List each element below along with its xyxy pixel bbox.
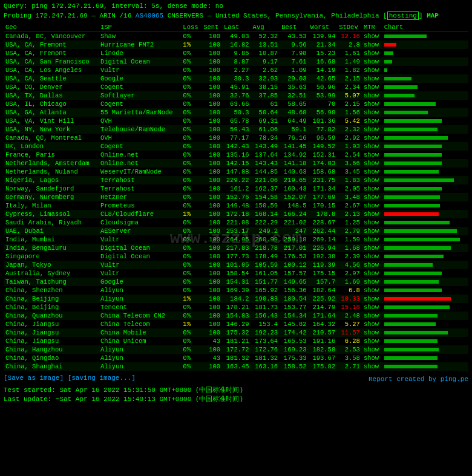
cell-geo: India, Bengaluru	[4, 244, 99, 252]
cell-geo: China, Shanghai	[4, 362, 99, 371]
cell-sent: 100	[202, 244, 222, 252]
cell-geo: Norway, Sandefjord	[4, 184, 99, 193]
report-label: Report created by ping.pe	[369, 376, 468, 383]
save-image-link[interactable]: [Save as image]	[4, 374, 64, 382]
chart-bar	[384, 263, 433, 267]
cell-mtr[interactable]: show	[362, 142, 382, 151]
cell-mtr[interactable]: show	[362, 252, 382, 261]
cell-last: 158.54	[222, 269, 251, 278]
cell-mtr[interactable]: show	[362, 125, 382, 134]
cell-best: 64.49	[280, 117, 309, 125]
chart-bar-container	[384, 144, 467, 149]
cell-isp: CL8/Cloudflare	[99, 210, 181, 218]
cell-best: 153.77	[280, 303, 309, 311]
cell-chart	[382, 235, 468, 244]
hosting-link[interactable]: hosting	[387, 11, 419, 20]
cell-mtr[interactable]: show	[362, 295, 382, 303]
cell-mtr[interactable]: show	[362, 303, 382, 311]
table-row: Italy, MilanPrometeus0%100149.48150.5914…	[4, 201, 468, 210]
cell-mtr[interactable]: show	[362, 108, 382, 117]
cell-mtr[interactable]: show	[362, 362, 382, 371]
cell-mtr[interactable]: show	[362, 244, 382, 252]
cell-mtr[interactable]: show	[362, 193, 382, 201]
cell-geo: USA, NY, New York	[4, 125, 99, 134]
chart-bar-container	[384, 262, 467, 267]
cell-mtr[interactable]: show	[362, 311, 382, 320]
cell-avg: 144.85	[251, 168, 280, 176]
chart-bar-container	[384, 212, 467, 217]
cell-sent: 100	[202, 74, 222, 83]
cell-loss: 0%	[181, 261, 202, 269]
cell-last: 175.32	[222, 328, 251, 337]
cell-mtr[interactable]: show	[362, 41, 382, 49]
cell-mtr[interactable]: show	[362, 83, 382, 91]
cell-mtr[interactable]: show	[362, 159, 382, 168]
cell-mtr[interactable]: show	[362, 57, 382, 66]
cell-isp: OVH	[99, 134, 181, 142]
cell-mtr[interactable]: show	[362, 278, 382, 286]
cell-chart	[382, 159, 468, 168]
cell-mtr[interactable]: show	[362, 74, 382, 83]
cell-mtr[interactable]: show	[362, 100, 382, 108]
table-row: Netherlands, NulandWeservIT/RamNode0%100…	[4, 168, 468, 176]
chart-bar	[384, 51, 393, 55]
cell-worst: 70	[309, 100, 338, 108]
cell-isp: Aliyun	[99, 362, 181, 371]
cell-mtr[interactable]: show	[362, 320, 382, 328]
table-row: China, JiangsuChina Unicom0%43181.21173.…	[4, 337, 468, 345]
cell-mtr[interactable]: show	[362, 345, 382, 354]
table-row: USA, NY, New YorkTelehouse/RamNode0%1005…	[4, 125, 468, 134]
cell-mtr[interactable]: show	[362, 218, 382, 227]
chart-bar-container	[384, 195, 467, 200]
cell-sent: 100	[202, 83, 222, 91]
cell-mtr[interactable]: show	[362, 151, 382, 159]
cell-best: 160.43	[280, 184, 309, 193]
cell-stdev: 2.53	[337, 345, 362, 354]
cell-avg: 222.29	[251, 218, 280, 227]
cell-mtr[interactable]: show	[362, 210, 382, 218]
cell-mtr[interactable]: show	[362, 91, 382, 100]
cell-mtr[interactable]: show	[362, 184, 382, 193]
cell-sent: 100	[202, 235, 222, 244]
cell-loss: 0%	[181, 32, 202, 41]
chart-bar-container	[384, 288, 467, 293]
cell-geo: Canada, QC, Montreal	[4, 134, 99, 142]
cell-sent: 100	[202, 159, 222, 168]
cell-stdev: 3.66	[337, 159, 362, 168]
cell-mtr[interactable]: show	[362, 227, 382, 235]
cell-mtr[interactable]: show	[362, 32, 382, 41]
cell-mtr[interactable]: show	[362, 66, 382, 74]
cell-loss: 1%	[181, 295, 202, 303]
results-table: Geo ISP Loss Sent Last Avg Best Worst St…	[4, 23, 468, 371]
cell-mtr[interactable]: show	[362, 261, 382, 269]
cell-mtr[interactable]: show	[362, 337, 382, 345]
chart-bar	[384, 136, 448, 140]
cell-mtr[interactable]: show	[362, 235, 382, 244]
table-row: Netherlands, AmsterdamOnline.net0%100142…	[4, 159, 468, 168]
cell-mtr[interactable]: show	[362, 117, 382, 125]
cell-avg: 137.64	[251, 151, 280, 159]
cell-stdev: 2.97	[337, 269, 362, 278]
cell-isp: Aliyun	[99, 295, 181, 303]
cell-mtr[interactable]: show	[362, 176, 382, 184]
cell-mtr[interactable]: show	[362, 328, 382, 337]
map-link[interactable]: MAP	[427, 12, 439, 19]
chart-bar-container	[384, 330, 467, 335]
cell-mtr[interactable]: show	[362, 168, 382, 176]
cell-mtr[interactable]: show	[362, 354, 382, 362]
cell-isp: Prometeus	[99, 201, 181, 210]
cell-stdev: 3.45	[337, 168, 362, 176]
cell-mtr[interactable]: show	[362, 269, 382, 278]
cell-loss: 0%	[181, 337, 202, 345]
cell-mtr[interactable]: show	[362, 286, 382, 295]
cell-isp: Aliyun	[99, 354, 181, 362]
cell-mtr[interactable]: show	[362, 49, 382, 57]
cell-mtr[interactable]: show	[362, 201, 382, 210]
cell-avg: 50.64	[251, 108, 280, 117]
cell-mtr[interactable]: show	[362, 134, 382, 142]
cell-chart	[382, 218, 468, 227]
chart-bar-container	[384, 254, 467, 259]
cell-best: 7.98	[280, 49, 309, 57]
cell-avg: 61.06	[251, 125, 280, 134]
cell-worst: 210.57	[309, 328, 338, 337]
